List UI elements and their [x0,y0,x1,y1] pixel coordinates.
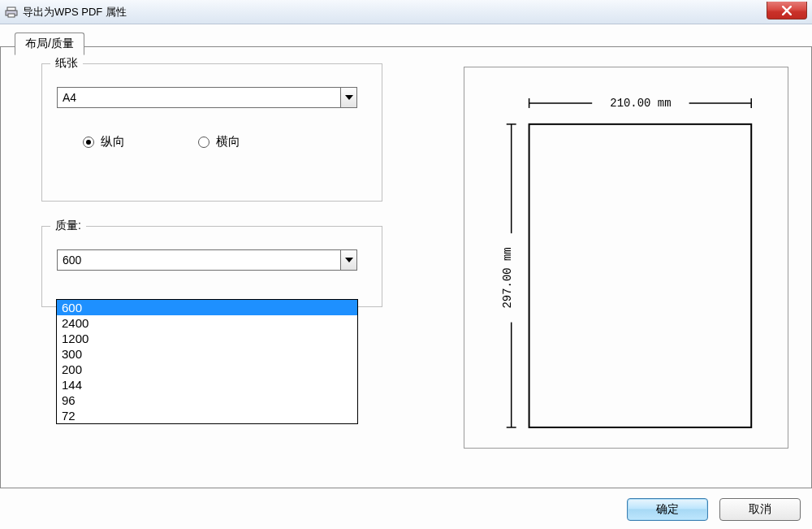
dialog-button-row: 确定 取消 [627,498,801,521]
quality-dropdown-button[interactable] [340,250,356,270]
printer-icon [5,6,18,19]
close-button[interactable] [767,2,807,20]
ok-button[interactable]: 确定 [627,498,708,521]
quality-value: 600 [58,254,340,267]
page-preview-svg: 210.00 mm 297.00 mm [464,67,788,448]
paper-groupbox: 纸张 A4 纵向 横向 [41,63,382,202]
cancel-button[interactable]: 取消 [719,498,801,521]
radio-label: 纵向 [101,134,125,150]
dialog-window: 导出为WPS PDF 属性 布局/质量 纸张 A4 [0,0,812,529]
radio-label: 横向 [216,134,240,150]
button-label: 取消 [749,502,771,517]
quality-groupbox: 质量: 600 [41,226,382,307]
close-icon [782,6,792,15]
paper-size-combo[interactable]: A4 [57,87,357,108]
svg-rect-2 [8,14,15,17]
orientation-row: 纵向 横向 [57,134,367,150]
paper-legend: 纸张 [50,56,83,71]
client-area: 布局/质量 纸张 A4 纵向 [0,24,812,529]
quality-legend: 质量: [50,219,86,233]
quality-option[interactable]: 200 [57,362,357,377]
quality-option[interactable]: 72 [57,408,357,423]
preview-area: 210.00 mm 297.00 mm [464,67,788,449]
svg-rect-0 [7,7,15,11]
tab-panel: 纸张 A4 纵向 横向 [0,46,812,488]
preview-height-label: 297.00 mm [501,247,514,308]
orientation-portrait-radio[interactable]: 纵向 [83,134,125,150]
tab-layout-quality[interactable]: 布局/质量 [15,33,84,55]
quality-option[interactable]: 96 [57,392,357,408]
chevron-down-icon [345,95,353,100]
quality-option[interactable]: 1200 [57,331,357,346]
radio-icon [83,137,94,148]
quality-option[interactable]: 300 [57,346,357,362]
quality-option[interactable]: 2400 [57,315,357,331]
orientation-landscape-radio[interactable]: 横向 [198,134,240,150]
paper-size-value: A4 [58,91,340,104]
button-label: 确定 [656,502,679,517]
preview-width-label: 210.00 mm [610,97,671,110]
tab-label: 布局/质量 [25,37,74,51]
quality-option[interactable]: 144 [57,377,357,392]
paper-size-dropdown-button[interactable] [340,88,356,107]
chevron-down-icon [345,258,353,262]
left-column: 纸张 A4 纵向 横向 [41,63,382,332]
svg-rect-11 [529,124,752,427]
titlebar: 导出为WPS PDF 属性 [0,0,812,24]
quality-option[interactable]: 600 [57,300,357,315]
quality-combo[interactable]: 600 [57,249,357,271]
quality-dropdown-list[interactable]: 600240012003002001449672 [56,299,358,424]
window-title: 导出为WPS PDF 属性 [23,5,127,20]
radio-icon [198,137,209,148]
